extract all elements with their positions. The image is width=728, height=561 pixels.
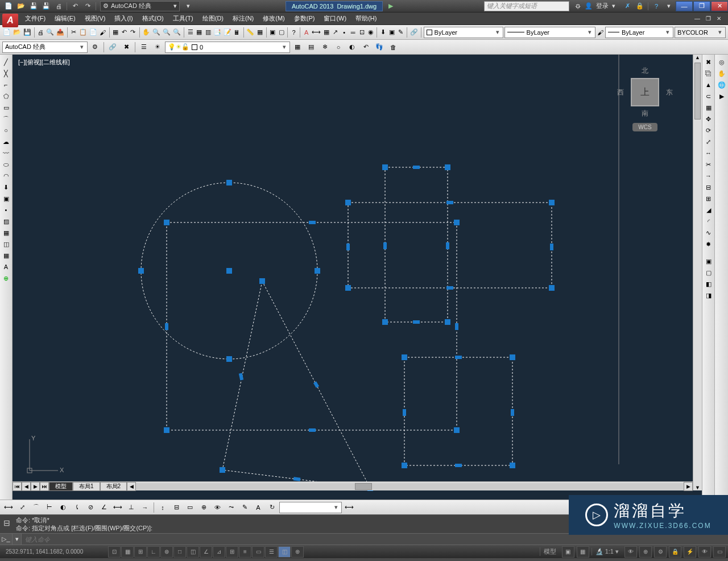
- dyn-toggle[interactable]: ⊞: [226, 546, 238, 558]
- dimstyle-combo[interactable]: ▾: [279, 502, 342, 513]
- properties-icon[interactable]: ☰: [187, 26, 194, 39]
- open-icon[interactable]: 📂: [13, 26, 22, 39]
- drawordr4-icon[interactable]: ◨: [704, 290, 714, 300]
- new-icon[interactable]: 📄: [3, 1, 14, 11]
- mtext-icon[interactable]: A: [1, 262, 11, 272]
- save-icon[interactable]: 💾: [28, 1, 39, 11]
- preview-icon[interactable]: 🔍: [46, 26, 55, 39]
- snap-toggle[interactable]: ▦: [121, 546, 134, 558]
- insertblock-icon[interactable]: ⬇: [1, 182, 11, 192]
- addselect-icon[interactable]: ⊕: [1, 273, 11, 283]
- dimbaseline-icon[interactable]: ⊥: [125, 501, 138, 514]
- dimarc-icon[interactable]: ⌒: [30, 501, 42, 514]
- measure-icon[interactable]: 📏: [246, 26, 255, 39]
- dimbreak-icon[interactable]: ⊟: [170, 501, 183, 514]
- qdim-icon[interactable]: ⟷: [111, 501, 124, 514]
- open-icon[interactable]: 📂: [15, 1, 27, 11]
- viewcube-east[interactable]: 东: [666, 88, 673, 97]
- doc-minimize-button[interactable]: —: [693, 15, 702, 23]
- vertical-scrollbar[interactable]: ▲ ▼: [693, 55, 702, 490]
- erase-icon[interactable]: ✖: [120, 41, 133, 53]
- dimupdate-icon[interactable]: ↻: [266, 501, 278, 514]
- blend-icon[interactable]: ∿: [704, 228, 714, 238]
- wcs-badge[interactable]: WCS: [632, 123, 657, 131]
- autocad-logo[interactable]: A: [2, 14, 18, 27]
- table-icon[interactable]: ▦: [1, 250, 11, 261]
- gradient-icon[interactable]: ▦: [1, 228, 11, 238]
- spline-icon[interactable]: 〰: [1, 148, 11, 158]
- dimlinear-icon[interactable]: ⟷: [2, 501, 15, 514]
- menu-dimension[interactable]: 标注(N): [228, 13, 258, 24]
- makeblock-icon[interactable]: ▣: [388, 26, 395, 39]
- select-icon[interactable]: ▦: [256, 26, 263, 39]
- mleaderstyle-icon[interactable]: ↗: [332, 26, 339, 39]
- menu-help[interactable]: 帮助(H): [351, 13, 381, 24]
- chevron-down-icon[interactable]: ▾: [663, 1, 675, 11]
- layer-freeze-icon[interactable]: ❄: [318, 41, 331, 53]
- viewcube-south[interactable]: 南: [642, 109, 648, 118]
- undo-icon[interactable]: ↶: [69, 1, 81, 11]
- break-icon[interactable]: ⊟: [704, 182, 714, 192]
- menu-draw[interactable]: 绘图(D): [198, 13, 228, 24]
- showmotion-icon[interactable]: ▶: [717, 91, 727, 101]
- menu-view[interactable]: 视图(V): [80, 13, 110, 24]
- login-area[interactable]: ⯐ 👤 登录 ▾: [575, 2, 615, 10]
- hatch-icon[interactable]: ▨: [1, 216, 11, 226]
- ellipsearc-icon[interactable]: ◠: [1, 171, 11, 181]
- tab-first-button[interactable]: ⏮: [13, 482, 22, 491]
- cmd-handle-icon[interactable]: ⊟: [1, 517, 13, 529]
- dimedit-icon[interactable]: ✎: [238, 501, 251, 514]
- revcloud-icon[interactable]: ☁: [1, 137, 11, 147]
- region-icon[interactable]: ◫: [1, 239, 11, 249]
- print-icon[interactable]: 🖨: [37, 26, 44, 39]
- tab-last-button[interactable]: ⏭: [40, 482, 49, 491]
- trim-icon[interactable]: ✂: [704, 159, 714, 170]
- designcenter-icon[interactable]: ▦: [195, 26, 202, 39]
- gear-icon[interactable]: ⚙: [89, 41, 101, 53]
- drawordr3-icon[interactable]: ◧: [704, 279, 714, 289]
- osnap-toggle[interactable]: □: [173, 546, 186, 558]
- menu-parametric[interactable]: 参数(P): [289, 13, 320, 24]
- zoomprev-icon[interactable]: 🔍: [172, 26, 181, 39]
- xref-icon[interactable]: 🔗: [410, 26, 419, 39]
- dimjogline-icon[interactable]: ⤳: [225, 501, 237, 514]
- dimstyle-icon[interactable]: ⟷: [343, 501, 355, 514]
- paintbrush-icon[interactable]: 🖌: [597, 26, 604, 39]
- otrack-toggle[interactable]: ∠: [200, 546, 212, 558]
- save-icon[interactable]: 💾: [23, 26, 32, 39]
- dimaligned-icon[interactable]: ⤢: [16, 501, 28, 514]
- coordinates[interactable]: 2532.9711, 1641.1682, 0.0000: [2, 548, 105, 555]
- xline-icon[interactable]: ╳: [1, 68, 11, 79]
- layer-props-icon[interactable]: ☰: [138, 41, 150, 53]
- mlstyle-icon[interactable]: ═: [349, 26, 357, 39]
- quickview-icon[interactable]: ▣: [562, 546, 574, 558]
- calc-icon[interactable]: 🖩: [233, 26, 241, 39]
- dimangular-icon[interactable]: ∠: [98, 501, 110, 514]
- ungroup-icon[interactable]: ▢: [278, 26, 285, 39]
- xref-tool-icon[interactable]: 🔗: [106, 41, 119, 53]
- chamfer-icon[interactable]: ◢: [704, 205, 714, 215]
- publish-icon[interactable]: 📤: [56, 26, 65, 39]
- copy-icon[interactable]: ⿻: [704, 68, 714, 79]
- cmd-prompt-icon[interactable]: ▷_: [0, 534, 13, 544]
- scroll-thumb-h[interactable]: [355, 483, 372, 490]
- block-icon[interactable]: ▦: [111, 26, 119, 39]
- sheetset-icon[interactable]: 📑: [213, 26, 222, 39]
- secstyle-icon[interactable]: ⊡: [358, 26, 365, 39]
- undo-icon[interactable]: ↶: [121, 26, 128, 39]
- zoomwin-icon[interactable]: 🔍: [162, 26, 171, 39]
- layer-tool-icon[interactable]: ▦: [291, 41, 304, 53]
- mirror-icon[interactable]: ▲: [704, 80, 714, 90]
- wheel-icon[interactable]: ◎: [717, 57, 727, 67]
- matchprop-icon[interactable]: 🖌: [99, 26, 106, 39]
- scroll-thumb[interactable]: [694, 63, 701, 119]
- makeblock-icon[interactable]: ▣: [1, 193, 11, 204]
- dimjogged-icon[interactable]: ⤹: [71, 501, 83, 514]
- tab-next-button[interactable]: ▶: [31, 482, 40, 491]
- doc-close-button[interactable]: ✕: [714, 15, 723, 23]
- viewcube-north[interactable]: 北: [642, 66, 648, 76]
- cut-icon[interactable]: ✂: [70, 26, 77, 39]
- markup-icon[interactable]: 📝: [223, 26, 232, 39]
- paste-icon[interactable]: 📄: [89, 26, 98, 39]
- explode-icon[interactable]: ✸: [704, 239, 714, 249]
